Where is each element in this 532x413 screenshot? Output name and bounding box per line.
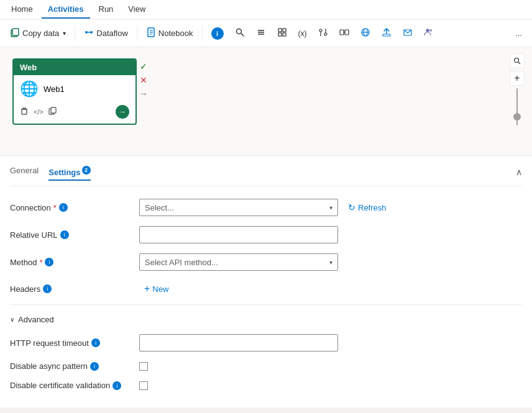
svg-rect-32	[22, 109, 27, 114]
dropdown-arrow-icon: ▾	[329, 204, 332, 211]
method-dropdown[interactable]: Select API method... ▾	[139, 253, 338, 271]
headers-info-icon[interactable]: i	[43, 284, 52, 293]
svg-point-3	[90, 31, 93, 34]
connect-button[interactable]	[334, 25, 354, 42]
zoom-in-button[interactable]: +	[510, 71, 525, 86]
connection-required: *	[53, 203, 57, 212]
info-button[interactable]: i	[206, 25, 229, 42]
notebook-button[interactable]: Notebook	[141, 25, 198, 42]
nav-tab-activities[interactable]: Activities	[42, 1, 90, 19]
separator-1	[75, 26, 75, 41]
card-code-icon[interactable]: </>	[34, 108, 44, 116]
headers-new-button[interactable]: + New	[139, 281, 173, 297]
relative-url-info-icon[interactable]: i	[60, 230, 69, 239]
side-check-icon[interactable]: ✓	[138, 61, 149, 72]
list-icon	[256, 27, 266, 39]
svg-rect-1	[12, 29, 19, 35]
svg-point-31	[429, 29, 432, 32]
card-copy-icon[interactable]	[48, 107, 57, 117]
http-timeout-input[interactable]	[139, 334, 338, 352]
disable-cert-checkbox[interactable]	[139, 381, 148, 390]
more-button[interactable]: ...	[510, 26, 527, 40]
disable-cert-info-icon[interactable]: i	[112, 381, 121, 390]
advanced-chevron-icon: ∨	[10, 316, 14, 323]
advanced-toggle[interactable]: ∨ Advanced	[10, 312, 522, 327]
headers-new-label: New	[152, 284, 168, 294]
copy-data-button[interactable]: Copy data	[5, 25, 71, 42]
method-label: Method * i	[10, 258, 134, 267]
dataflow-button[interactable]: Dataflow	[79, 25, 133, 42]
globe-button[interactable]	[355, 25, 375, 42]
svg-point-2	[85, 31, 88, 34]
connection-select[interactable]: Select... ▾	[139, 199, 338, 216]
card-delete-icon[interactable]	[20, 107, 29, 117]
svg-point-30	[426, 29, 429, 32]
search-icon	[235, 27, 245, 39]
zoom-controls: +	[510, 53, 525, 125]
svg-point-9	[236, 29, 241, 34]
connection-dropdown[interactable]: Select... ▾	[139, 199, 338, 216]
connection-label: Connection * i	[10, 203, 134, 212]
info-icon: i	[211, 27, 224, 40]
method-select[interactable]: Select API method... ▾	[139, 253, 338, 271]
web-activity-card[interactable]: Web 🌐 Web1 </> →	[12, 58, 137, 125]
connection-info-icon[interactable]: i	[59, 203, 68, 212]
divider-1	[10, 304, 522, 305]
grid-button[interactable]	[272, 25, 292, 42]
disable-async-row: Disable async pattern i	[10, 356, 522, 376]
nav-tab-home[interactable]: Home	[5, 1, 39, 19]
relative-url-input-container	[139, 226, 338, 243]
disable-cert-label: Disable certificate validation i	[10, 381, 134, 390]
teams-icon	[424, 27, 434, 39]
collapse-panel-button[interactable]: ∧	[516, 167, 522, 177]
zoom-search-button[interactable]	[510, 53, 525, 68]
export-icon	[382, 27, 392, 39]
card-globe-icon: 🌐	[20, 80, 39, 98]
headers-row: Headers i + New	[10, 276, 522, 302]
mail-button[interactable]	[398, 25, 418, 42]
svg-line-10	[241, 34, 244, 36]
disable-async-info-icon[interactable]: i	[90, 362, 99, 371]
svg-line-36	[518, 62, 520, 64]
method-dropdown-arrow-icon: ▾	[329, 259, 332, 266]
mail-icon	[403, 27, 413, 39]
headers-label: Headers i	[10, 284, 134, 294]
disable-cert-row: Disable certificate validation i	[10, 376, 522, 395]
teams-button[interactable]	[419, 25, 439, 42]
card-side-icons: ✓ ✕ →	[138, 61, 149, 99]
card-actions: </> →	[14, 102, 135, 124]
settings-badge: 2	[82, 166, 91, 175]
svg-rect-22	[340, 30, 344, 35]
zoom-track	[516, 88, 518, 125]
method-info-icon[interactable]: i	[45, 258, 53, 266]
svg-point-19	[324, 33, 327, 35]
params-icon	[318, 27, 328, 39]
variable-button[interactable]: (x)	[293, 27, 312, 40]
dataflow-icon	[84, 27, 94, 39]
list-button[interactable]	[251, 25, 271, 42]
more-icon: ...	[515, 29, 522, 38]
top-nav-bar: Home Activities Run View	[0, 0, 532, 20]
nav-tab-view[interactable]: View	[122, 1, 152, 19]
disable-async-checkbox[interactable]	[139, 362, 148, 371]
http-timeout-info-icon[interactable]: i	[91, 338, 100, 347]
refresh-button[interactable]: ↻ Refresh	[343, 200, 392, 215]
export-button[interactable]	[377, 25, 397, 42]
svg-rect-16	[278, 33, 282, 36]
relative-url-input[interactable]	[139, 226, 338, 243]
search-button[interactable]	[230, 25, 250, 42]
tab-general[interactable]: General	[10, 163, 39, 181]
http-timeout-row: HTTP request timeout i	[10, 329, 522, 356]
nav-tab-run[interactable]: Run	[93, 1, 120, 19]
zoom-handle[interactable]	[513, 113, 521, 120]
tab-settings[interactable]: Settings2	[48, 163, 90, 181]
refresh-icon: ↻	[348, 202, 355, 212]
relative-url-row: Relative URL i	[10, 221, 522, 248]
svg-point-35	[515, 58, 519, 63]
side-x-icon[interactable]: ✕	[138, 75, 149, 86]
http-timeout-input-container	[139, 334, 338, 352]
card-go-button[interactable]: →	[116, 105, 129, 119]
params-button[interactable]	[313, 25, 333, 42]
connection-placeholder: Select...	[145, 203, 174, 212]
side-arrow-icon[interactable]: →	[138, 88, 149, 99]
